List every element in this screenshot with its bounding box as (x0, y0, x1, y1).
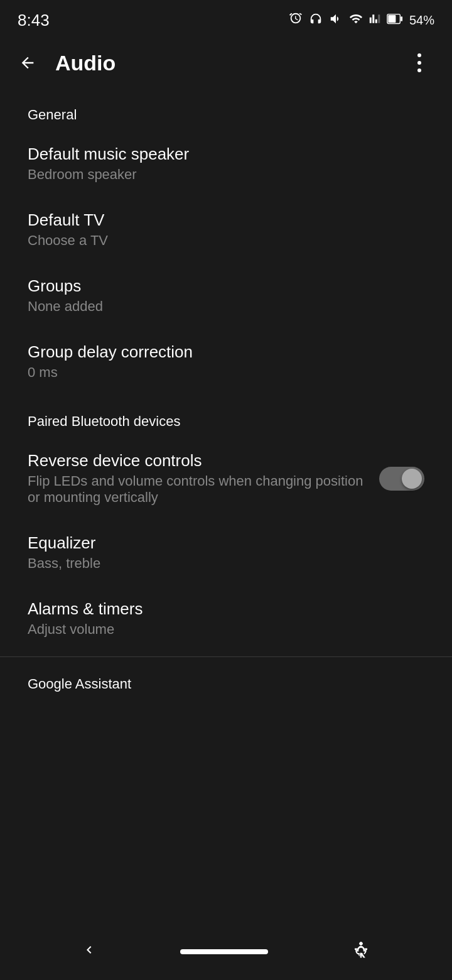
reverse-controls-toggle[interactable] (379, 467, 424, 491)
status-icons: 54% (289, 12, 434, 29)
toggle-thumb (402, 469, 422, 489)
settings-item-title: Alarms & timers (28, 599, 424, 619)
bottom-nav (0, 923, 452, 980)
wifi-icon (349, 12, 363, 29)
nav-back-button[interactable] (75, 936, 103, 968)
more-options-button[interactable] (404, 48, 434, 78)
settings-item-title: Group delay correction (28, 342, 424, 362)
settings-item-subtitle: Adjust volume (28, 621, 424, 638)
alarm-icon (289, 12, 303, 29)
app-bar-left: Audio (13, 48, 116, 78)
app-bar: Audio (0, 38, 452, 88)
signal-icon (369, 12, 380, 29)
settings-item-equalizer[interactable]: Equalizer Bass, treble (0, 520, 452, 585)
section-header-bluetooth: Paired Bluetooth devices (0, 401, 452, 437)
settings-item-text: Groups None added (28, 276, 424, 315)
settings-item-title: Default TV (28, 210, 424, 230)
status-bar: 8:43 (0, 0, 452, 38)
svg-point-3 (360, 942, 363, 945)
settings-item-subtitle: Choose a TV (28, 232, 424, 249)
settings-item-text: Default music speaker Bedroom speaker (28, 144, 424, 183)
nav-home-pill[interactable] (180, 949, 268, 954)
status-time: 8:43 (18, 11, 50, 30)
settings-item-groups[interactable]: Groups None added (0, 263, 452, 329)
settings-item-default-tv[interactable]: Default TV Choose a TV (0, 197, 452, 263)
accessibility-button[interactable] (345, 934, 377, 970)
volume-icon (329, 12, 343, 29)
settings-item-alarms-timers[interactable]: Alarms & timers Adjust volume (0, 585, 452, 651)
more-dot-3 (417, 68, 421, 72)
settings-item-group-delay-correction[interactable]: Group delay correction 0 ms (0, 329, 452, 395)
settings-item-text: Equalizer Bass, treble (28, 533, 424, 572)
settings-item-text: Reverse device controls Flip LEDs and vo… (28, 451, 379, 506)
settings-item-subtitle: 0 ms (28, 364, 424, 381)
settings-item-text: Group delay correction 0 ms (28, 342, 424, 381)
settings-item-title: Default music speaker (28, 144, 424, 164)
settings-item-subtitle: None added (28, 298, 424, 315)
settings-item-subtitle: Bass, treble (28, 555, 424, 572)
settings-item-reverse-device-controls[interactable]: Reverse device controls Flip LEDs and vo… (0, 437, 452, 520)
section-divider (0, 656, 452, 657)
more-dot-2 (417, 61, 421, 65)
svg-rect-2 (388, 14, 396, 22)
settings-item-title: Reverse device controls (28, 451, 379, 471)
settings-item-title: Groups (28, 276, 424, 296)
page-title: Audio (55, 51, 116, 75)
section-header-google-assistant: Google Assistant (0, 663, 452, 700)
settings-content: General Default music speaker Bedroom sp… (0, 88, 452, 923)
settings-item-title: Equalizer (28, 533, 424, 553)
settings-item-subtitle: Flip LEDs and volume controls when chang… (28, 473, 379, 506)
svg-rect-1 (401, 16, 402, 21)
battery-percentage: 54% (409, 13, 434, 28)
more-dot-1 (417, 53, 421, 57)
section-header-general: General (0, 94, 452, 131)
settings-item-subtitle: Bedroom speaker (28, 166, 424, 183)
settings-item-text: Alarms & timers Adjust volume (28, 599, 424, 638)
battery-icon (387, 12, 403, 29)
back-button[interactable] (13, 48, 43, 78)
settings-item-default-music-speaker[interactable]: Default music speaker Bedroom speaker (0, 131, 452, 197)
settings-item-text: Default TV Choose a TV (28, 210, 424, 249)
headphone-icon (309, 12, 323, 29)
